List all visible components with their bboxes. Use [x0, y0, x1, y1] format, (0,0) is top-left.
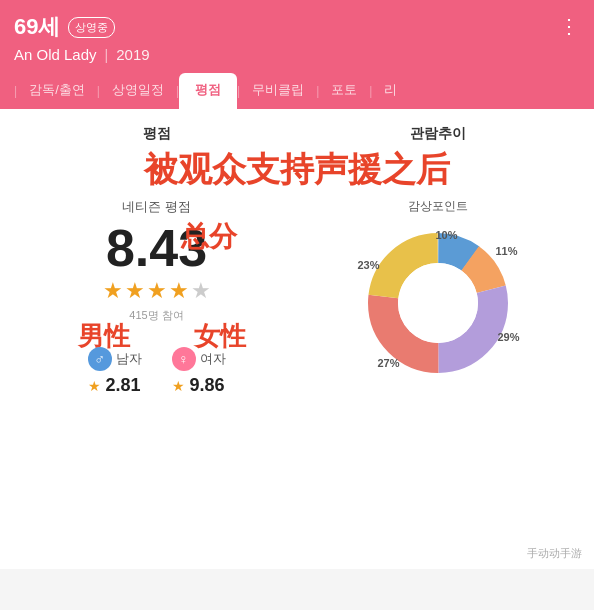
star-1: ★: [103, 278, 123, 304]
tab-rating[interactable]: 평점: [179, 73, 237, 109]
tab-movieclip[interactable]: 무비클립: [240, 73, 316, 109]
chinese-overlay-text: 被观众支持声援之后: [16, 151, 578, 188]
age-badge: 69세: [14, 12, 60, 42]
male-star: ★: [88, 378, 101, 394]
title-year-divider: |: [105, 47, 109, 63]
tab-director[interactable]: 감독/출연: [17, 73, 97, 109]
star-2: ★: [125, 278, 145, 304]
more-icon[interactable]: ⋮: [559, 14, 580, 38]
star-3: ★: [147, 278, 167, 304]
tab-photo[interactable]: 포토: [319, 73, 369, 109]
female-icon: ♀: [172, 347, 196, 371]
female-label: 여자: [200, 350, 226, 368]
right-section-title: 관람추이: [297, 125, 578, 143]
pct-label-yellow: 23%: [358, 259, 380, 271]
male-score: 2.81: [105, 375, 140, 396]
male-gender-item: ♂ 남자 ★ 2.81: [88, 347, 142, 396]
male-icon: ♂: [88, 347, 112, 371]
watermark: 手动动手游: [527, 546, 582, 561]
stars-row: ★ ★ ★ ★ ★: [103, 278, 211, 304]
male-score-row: ★ 2.81: [88, 375, 140, 396]
netizen-score-label: 네티즌 평점: [122, 198, 191, 216]
star-4: ★: [169, 278, 189, 304]
participants-count: 415명 참여: [129, 308, 183, 323]
header: 69세 상영중 ⋮ An Old Lady | 2019 | 감독/출연 | 상…: [0, 0, 594, 109]
donut-chart-wrapper: 10% 11% 29% 27% 23%: [358, 223, 518, 383]
donut-center: [398, 263, 478, 343]
pct-label-orange: 11%: [495, 245, 517, 257]
tab-schedule[interactable]: 상영일정: [100, 73, 176, 109]
male-label: 남자: [116, 350, 142, 368]
female-star: ★: [172, 378, 185, 394]
score-chart-section: 네티즌 평점 8.43 总分 ★ ★ ★ ★ ★ 415명 참여 男性 女性: [16, 198, 578, 396]
female-score: 9.86: [189, 375, 224, 396]
left-score-section: 네티즌 평점 8.43 总分 ★ ★ ★ ★ ★ 415명 참여 男性 女性: [16, 198, 297, 396]
big-score-row: 8.43 总分: [106, 222, 207, 274]
main-content: 평점 관람추이 被观众支持声援之后 네티즌 평점 8.43 总分 ★ ★ ★ ★…: [0, 109, 594, 569]
movie-year: 2019: [116, 46, 149, 63]
gender-row: ♂ 남자 ★ 2.81 ♀ 여자: [88, 347, 226, 396]
male-label-row: ♂ 남자: [88, 347, 142, 371]
movie-title: An Old Lady: [14, 46, 97, 63]
pct-label-blue: 10%: [436, 229, 458, 241]
chart-label: 감상포인트: [408, 198, 468, 215]
movie-title-row: An Old Lady | 2019: [14, 46, 580, 63]
left-section-title: 평점: [16, 125, 297, 143]
tab-review[interactable]: 리: [372, 73, 409, 109]
right-chart-section: 감상포인트: [297, 198, 578, 396]
header-top: 69세 상영중 ⋮: [14, 12, 580, 42]
section-headers: 평점 관람추이: [16, 125, 578, 143]
chinese-total-label: 总分: [181, 218, 237, 256]
female-gender-item: ♀ 여자 ★ 9.86: [172, 347, 226, 396]
nav-tabs: | 감독/출연 | 상영일정 | 평점 | 무비클립 | 포토 | 리: [14, 73, 580, 109]
gender-section: 男性 女性 ♂ 남자 ★ 2.81: [88, 347, 226, 396]
female-label-row: ♀ 여자: [172, 347, 226, 371]
pct-label-purple: 29%: [497, 331, 519, 343]
status-badge: 상영중: [68, 17, 115, 38]
female-score-row: ★ 9.86: [172, 375, 224, 396]
star-5: ★: [191, 278, 211, 304]
pct-label-red: 27%: [378, 357, 400, 369]
